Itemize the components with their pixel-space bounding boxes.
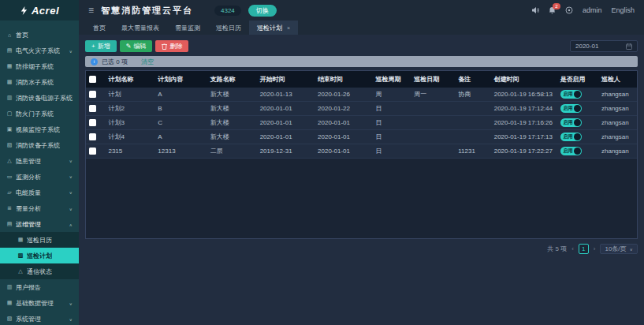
tab-active[interactable]: 巡检计划× bbox=[249, 21, 298, 35]
notification-bell-icon[interactable]: 2 bbox=[549, 6, 556, 14]
inspection-plan-table: 计划名称计划内容支路名称开始时间结束时间巡检周期巡检日期备注创建时间是否启用巡检… bbox=[86, 71, 637, 159]
add-button[interactable]: + 新增 bbox=[85, 40, 117, 52]
inspection-calendar-icon: ▦ bbox=[17, 237, 24, 243]
row-checkbox[interactable] bbox=[89, 91, 96, 98]
sidebar-item[interactable]: ▥消防设备电源子系统 bbox=[0, 90, 79, 106]
sidebar-item[interactable]: ▱电能质量∨ bbox=[0, 185, 79, 200]
table-header-cell: 是否启用 bbox=[557, 71, 598, 88]
table-cell: 计划2 bbox=[105, 102, 154, 116]
select-all-checkbox[interactable] bbox=[89, 76, 96, 83]
toggle-knob bbox=[574, 105, 581, 112]
language-switch[interactable]: English bbox=[611, 6, 635, 14]
enable-toggle[interactable]: 启用 bbox=[560, 90, 582, 99]
pagination-total: 共 5 项 bbox=[547, 245, 567, 253]
sidebar-item[interactable]: ▭监测分析∨ bbox=[0, 169, 79, 185]
tab-item[interactable]: 巡检日历 bbox=[208, 21, 249, 35]
sidebar-item[interactable]: △通信状态 bbox=[0, 263, 79, 279]
enable-toggle[interactable]: 启用 bbox=[560, 104, 582, 113]
table-row: 计划3C新大楼2020-01-012020-01-01日2020-01-19 1… bbox=[86, 116, 637, 130]
switch-project-button[interactable]: 切换 bbox=[248, 5, 277, 17]
top-header: Acrel ≡ 智慧消防管理云平台 4324 切换 2 admin Englis… bbox=[0, 0, 644, 21]
clear-selection-link[interactable]: 清空 bbox=[141, 58, 154, 66]
table-cell: 启用 bbox=[557, 116, 598, 130]
table-header-cell: 计划内容 bbox=[154, 71, 207, 88]
table-header-cell: 结束时间 bbox=[315, 71, 372, 88]
table-cell: 12313 bbox=[154, 144, 207, 159]
pencil-icon: ✎ bbox=[126, 43, 132, 50]
table-cell bbox=[411, 116, 455, 130]
toggle-knob bbox=[574, 91, 581, 98]
table-cell: zhangsan bbox=[598, 116, 637, 130]
month-picker-value: 2020-01 bbox=[575, 43, 598, 50]
delete-button[interactable]: 删除 bbox=[155, 40, 188, 52]
sidebar-item[interactable]: ▥用户报告 bbox=[0, 279, 79, 295]
row-checkbox-cell bbox=[86, 116, 105, 130]
tab-item[interactable]: 需量监测 bbox=[167, 21, 208, 35]
sidebar-item[interactable]: ▦巡检日历 bbox=[0, 232, 79, 248]
row-checkbox[interactable] bbox=[89, 119, 96, 126]
toggle-knob bbox=[574, 148, 581, 155]
prev-page-button[interactable]: ‹ bbox=[571, 245, 574, 252]
table-header-row: 计划名称计划内容支路名称开始时间结束时间巡检周期巡检日期备注创建时间是否启用巡检… bbox=[86, 71, 637, 88]
table-cell: 2020-01-19 17:12:44 bbox=[491, 102, 557, 116]
sidebar-item[interactable]: ▦防排烟子系统 bbox=[0, 58, 79, 74]
enable-toggle[interactable]: 启用 bbox=[560, 147, 582, 155]
sidebar-item[interactable]: ▧系统管理∨ bbox=[0, 311, 79, 325]
toggle-label: 启用 bbox=[564, 148, 573, 155]
table-cell bbox=[455, 102, 490, 116]
sidebar-item[interactable]: ▣视频监控子系统 bbox=[0, 121, 79, 137]
page-size-select[interactable]: 10条/页 ∨ bbox=[600, 244, 638, 254]
month-picker-input[interactable]: 2020-01 bbox=[570, 40, 638, 52]
page-size-value: 10条/页 bbox=[605, 245, 626, 253]
page-number-button[interactable]: 1 bbox=[579, 244, 589, 254]
sidebar-item[interactable]: ▩消防水子系统 bbox=[0, 74, 79, 90]
sidebar-item-label: 巡检日历 bbox=[27, 236, 52, 245]
hazard-icon: △ bbox=[6, 158, 13, 164]
table-cell: 启用 bbox=[557, 88, 598, 102]
help-icon[interactable] bbox=[565, 6, 573, 14]
row-checkbox[interactable] bbox=[89, 133, 96, 140]
table-header-cell: 巡检人 bbox=[598, 71, 637, 88]
tab-item[interactable]: 首页 bbox=[85, 21, 114, 35]
table-cell: 日 bbox=[372, 116, 411, 130]
sidebar-item[interactable]: ≣需量分析∨ bbox=[0, 200, 79, 216]
project-count-badge: 4324 bbox=[214, 6, 241, 16]
enable-toggle[interactable]: 启用 bbox=[560, 133, 582, 141]
ops-management-icon: ▤ bbox=[6, 221, 13, 227]
table-cell: 2020-01-01 bbox=[257, 102, 315, 116]
sidebar-item[interactable]: ▧消防设备子系统 bbox=[0, 137, 79, 153]
sidebar-item[interactable]: ▤运维管理∧ bbox=[0, 216, 79, 232]
table-cell bbox=[455, 130, 490, 144]
sidebar-item[interactable]: ▨巡检计划 bbox=[0, 248, 79, 263]
close-icon[interactable]: × bbox=[287, 25, 290, 31]
sidebar-item[interactable]: ⌂首页 bbox=[0, 27, 79, 43]
content-area: 首页最大需量报表需量监测巡检日历巡检计划× + 新增 ✎ 编辑 bbox=[79, 21, 644, 325]
selection-count-text: 已选 0 项 bbox=[102, 58, 128, 66]
delete-button-label: 删除 bbox=[169, 42, 182, 50]
sidebar-item[interactable]: ▤电气火灾子系统∨ bbox=[0, 43, 79, 58]
tab-item[interactable]: 最大需量报表 bbox=[114, 21, 167, 35]
username[interactable]: admin bbox=[583, 6, 602, 14]
brand-logo-text: Acrel bbox=[32, 5, 59, 17]
enable-toggle[interactable]: 启用 bbox=[560, 118, 582, 127]
tab-label: 巡检日历 bbox=[216, 24, 241, 32]
table-cell: 周 bbox=[372, 88, 411, 102]
sidebar-item-label: 消防设备子系统 bbox=[16, 141, 60, 150]
table-header-cell: 开始时间 bbox=[257, 71, 315, 88]
table-cell: 2020-01-19 17:22:27 bbox=[491, 144, 557, 159]
toggle-label: 启用 bbox=[564, 133, 573, 140]
table-cell: 2020-01-19 17:17:13 bbox=[491, 130, 557, 144]
table-cell: 2020-01-19 17:16:26 bbox=[491, 116, 557, 130]
sidebar-item[interactable]: △隐患管理∨ bbox=[0, 153, 79, 169]
collapse-menu-icon[interactable]: ≡ bbox=[88, 6, 94, 15]
edit-button[interactable]: ✎ 编辑 bbox=[120, 40, 153, 52]
sidebar-item[interactable]: ▦基础数据管理∨ bbox=[0, 295, 79, 311]
sidebar-item[interactable]: ▢防火门子系统 bbox=[0, 106, 79, 121]
equipment-power-icon: ▥ bbox=[6, 95, 13, 101]
sidebar-item-label: 电气火灾子系统 bbox=[16, 47, 60, 55]
table-cell: 计划3 bbox=[105, 116, 154, 130]
next-page-button[interactable]: › bbox=[594, 245, 596, 252]
row-checkbox[interactable] bbox=[89, 105, 96, 112]
volume-icon[interactable] bbox=[531, 6, 539, 14]
row-checkbox[interactable] bbox=[89, 148, 96, 155]
